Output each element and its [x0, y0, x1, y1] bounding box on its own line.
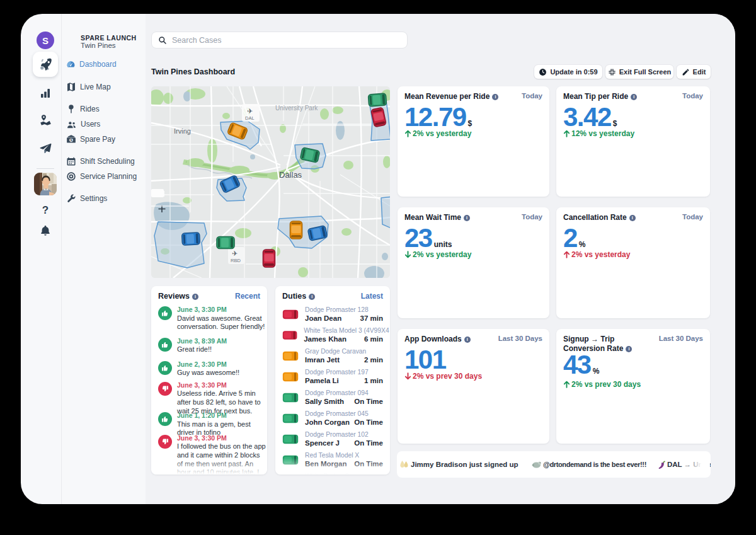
svg-text:RBD: RBD: [231, 258, 241, 263]
svg-text:✈: ✈: [247, 107, 253, 115]
svg-text:✈: ✈: [232, 250, 238, 257]
svg-text:Dallas: Dallas: [279, 170, 302, 180]
svg-text:Irving: Irving: [174, 127, 191, 135]
svg-text:University Park: University Park: [275, 105, 318, 112]
svg-text:DAL: DAL: [245, 115, 255, 121]
